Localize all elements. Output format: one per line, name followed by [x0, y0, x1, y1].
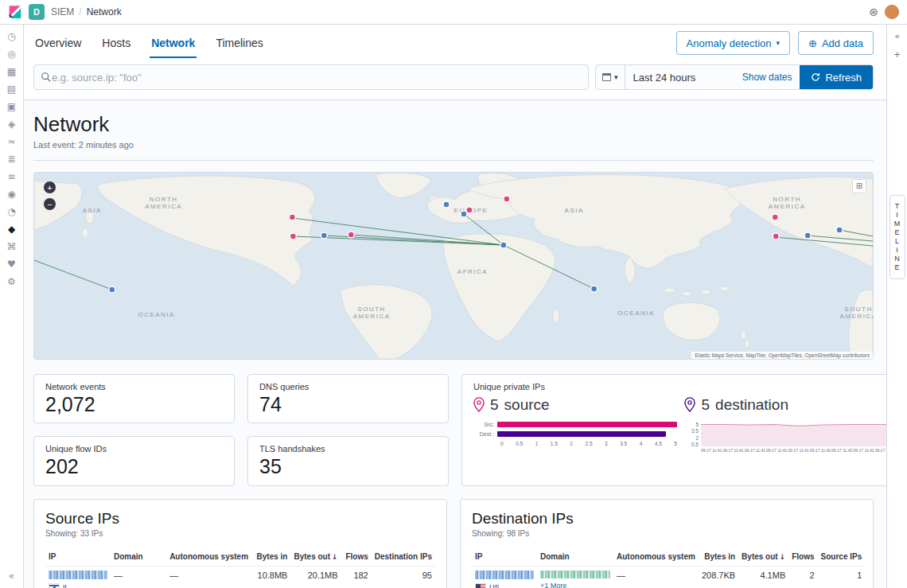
- timeline-toggle[interactable]: TIMELINE: [889, 195, 905, 279]
- map-event-point[interactable]: [773, 233, 779, 239]
- source-pin-icon: [473, 397, 485, 412]
- table-row[interactable]: IL — — 10.8MB 20.1MB 182 95: [45, 566, 435, 588]
- map-event-point[interactable]: [500, 242, 507, 248]
- logs-icon[interactable]: ≡: [7, 172, 15, 181]
- search-input[interactable]: [52, 72, 582, 84]
- map-settings-icon[interactable]: ⊞: [852, 179, 866, 193]
- source-count: 5 source: [473, 396, 684, 414]
- map-event-point[interactable]: [290, 233, 296, 239]
- search-box[interactable]: [33, 64, 589, 90]
- svg-text:OCEANIA: OCEANIA: [138, 311, 175, 318]
- tab-network[interactable]: Network: [150, 28, 197, 58]
- redacted-ip[interactable]: [475, 570, 534, 579]
- show-dates-link[interactable]: Show dates: [734, 65, 800, 89]
- calendar-dropdown-button[interactable]: ▾: [596, 65, 625, 89]
- dest-bar[interactable]: [497, 431, 666, 437]
- destination-ips-showing: Showing: 98 IPs: [472, 529, 862, 538]
- source-count-unit: source: [504, 396, 550, 414]
- map-event-point[interactable]: [591, 286, 598, 292]
- area-chart-plot[interactable]: [701, 422, 886, 447]
- canvas-icon[interactable]: ▣: [7, 102, 16, 111]
- add-data-button[interactable]: ⊕ Add data: [798, 31, 874, 55]
- kibana-logo-icon[interactable]: [8, 5, 22, 19]
- map-event-point[interactable]: [836, 227, 843, 233]
- map-attribution: Elastic Maps Service, MapTiler, OpenMapT…: [691, 352, 873, 359]
- map-event-point[interactable]: [321, 232, 327, 239]
- col-ip[interactable]: IP: [45, 547, 111, 567]
- map-event-point[interactable]: [466, 207, 473, 213]
- discover-icon[interactable]: ◎: [7, 49, 15, 59]
- map-event-point[interactable]: [461, 211, 467, 217]
- src-bar[interactable]: [497, 422, 677, 427]
- map-event-point[interactable]: [289, 214, 295, 220]
- apm-icon[interactable]: ◉: [7, 189, 15, 199]
- area-chart-x-axis: 09-17 11:4109-17 11:4109-17 11:4109-17 1…: [701, 448, 886, 453]
- visualize-icon[interactable]: ▦: [7, 67, 16, 76]
- maps-icon[interactable]: ◈: [8, 119, 15, 129]
- anomaly-detection-button[interactable]: Anomaly detection ▾: [676, 31, 790, 55]
- collapse-nav-icon[interactable]: «: [9, 570, 14, 582]
- breadcrumb-app[interactable]: SIEM: [51, 6, 74, 18]
- dashboard-icon[interactable]: ▤: [7, 84, 16, 94]
- map-event-point[interactable]: [804, 232, 811, 239]
- col-bytes-out[interactable]: Bytes out↓: [290, 547, 341, 567]
- map-event-point[interactable]: [348, 232, 354, 238]
- tab-hosts[interactable]: Hosts: [100, 28, 132, 58]
- machine-learning-icon[interactable]: ≈: [7, 137, 15, 146]
- col-autonomous-system[interactable]: Autonomous system: [613, 547, 699, 567]
- uptime-icon[interactable]: ◔: [7, 207, 15, 216]
- cell-domain: —: [111, 566, 166, 588]
- col-source-ips[interactable]: Source IPs: [818, 547, 866, 567]
- map-event-point[interactable]: [772, 214, 778, 220]
- col-flows[interactable]: Flows: [341, 547, 372, 567]
- space-badge[interactable]: D: [29, 4, 45, 20]
- col-bytes-out[interactable]: Bytes out↓: [738, 547, 788, 567]
- kpi-label: DNS queries: [259, 382, 437, 391]
- map-event-point[interactable]: [504, 196, 510, 202]
- destination-ips-table: IP Domain Autonomous system Bytes in Byt…: [472, 547, 865, 588]
- zoom-in-button[interactable]: +: [43, 181, 56, 194]
- tab-timelines[interactable]: Timelines: [214, 28, 264, 58]
- source-ips-title: Source IPs: [45, 510, 435, 528]
- col-ip[interactable]: IP: [472, 547, 537, 567]
- recently-viewed-icon[interactable]: ◷: [7, 32, 15, 41]
- time-range-value[interactable]: Last 24 hours: [625, 65, 734, 89]
- svg-text:SOUTHAMERICA: SOUTHAMERICA: [353, 306, 391, 320]
- col-bytes-in[interactable]: Bytes in: [699, 547, 738, 567]
- redacted-ip[interactable]: [49, 570, 107, 579]
- management-icon[interactable]: ⚙: [7, 277, 16, 286]
- infrastructure-icon[interactable]: ≣: [7, 154, 15, 164]
- kibana-siem-app: D SIEM / Network ⊛ ◷◎▦▤▣◈≈≣≡◉◔◆⌘♥⚙ « Ove…: [0, 0, 907, 588]
- col-autonomous-system[interactable]: Autonomous system: [166, 547, 251, 567]
- refresh-icon: [811, 72, 820, 82]
- network-map[interactable]: ASIANORTHAMERICAEUROPEAFRICASOUTHAMERICA…: [33, 172, 874, 360]
- redacted-domain[interactable]: [540, 570, 610, 578]
- col-destination-ips[interactable]: Destination IPs: [372, 547, 435, 567]
- dev-tools-icon[interactable]: ⌘: [7, 242, 17, 251]
- map-event-point[interactable]: [443, 201, 450, 208]
- col-domain[interactable]: Domain: [111, 547, 166, 567]
- col-flows[interactable]: Flows: [788, 547, 817, 567]
- col-bytes-in[interactable]: Bytes in: [251, 547, 290, 567]
- refresh-label: Refresh: [825, 72, 862, 84]
- sort-desc-icon: ↓: [780, 553, 786, 561]
- table-row[interactable]: US +1 More — 208.7KB 4.1MB 2: [472, 566, 865, 588]
- search-icon: [41, 72, 52, 83]
- calendar-icon: [602, 73, 611, 81]
- zoom-out-button[interactable]: −: [43, 197, 56, 211]
- user-avatar[interactable]: [885, 5, 899, 19]
- more-domains-link[interactable]: +1 More: [540, 582, 610, 588]
- map-event-point[interactable]: [109, 286, 115, 293]
- timeline-add-icon[interactable]: +: [893, 49, 901, 60]
- world-map[interactable]: ASIANORTHAMERICAEUROPEAFRICASOUTHAMERICA…: [34, 173, 873, 359]
- kpi-label: TLS handshakes: [259, 444, 437, 454]
- timeline-expand-icon[interactable]: «: [894, 31, 900, 41]
- tab-overview[interactable]: Overview: [33, 28, 83, 58]
- monitoring-icon[interactable]: ♥: [7, 259, 16, 269]
- destination-ips-card: Destination IPs Showing: 98 IPs IP Domai…: [460, 499, 874, 588]
- deployment-icon[interactable]: ⊛: [869, 6, 878, 18]
- destination-ips-title: Destination IPs: [472, 510, 862, 528]
- siem-icon[interactable]: ◆: [8, 224, 15, 234]
- col-domain[interactable]: Domain: [537, 547, 613, 567]
- refresh-button[interactable]: Refresh: [800, 65, 873, 89]
